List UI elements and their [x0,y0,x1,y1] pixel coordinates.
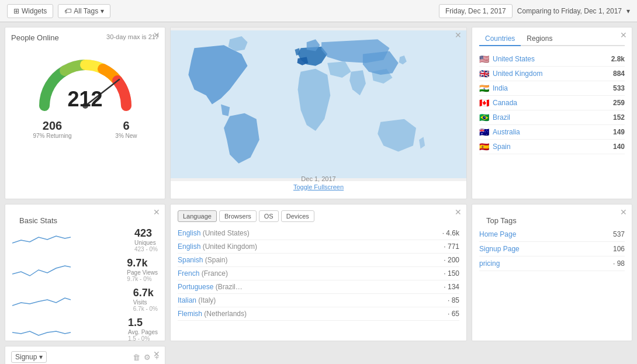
stat-row: 6.7k Visits 6.7k - 0% [12,287,158,312]
country-count: 2.8k [611,55,625,63]
country-name: Spain [493,143,511,151]
tag-row[interactable]: Signup Page 106 [479,242,625,256]
close-top-tags[interactable]: ✕ [620,208,627,216]
language-tab-language[interactable]: Language [178,210,217,222]
returning-count: 206 [33,119,71,133]
close-people-online[interactable]: ✕ [153,31,160,39]
stats-list: 423 Uniques 423 - 0% 9.7k Page Views 9.7… [12,227,158,341]
language-region: (Italy) [198,296,216,304]
tag-row[interactable]: Home Page 537 [479,227,625,242]
people-online-panel: ✕ People Online 30-day max is 217 [5,27,165,199]
country-count: 140 [613,143,625,151]
language-row[interactable]: French (France) · 150 [178,267,459,280]
stat-row: 9.7k Page Views 9.7k - 0% [12,257,158,282]
language-name: Flemish (Netherlands) [178,310,247,318]
language-row[interactable]: Spanish (Spain) · 200 [178,254,459,267]
country-row[interactable]: 🇧🇷 Brazil 152 [479,110,625,125]
country-left: 🇺🇸 United States [479,54,535,64]
language-count: · 85 [448,296,459,304]
language-row[interactable]: Flemish (Netherlands) · 65 [178,307,459,321]
language-row[interactable]: English (United States) · 4.6k [178,227,459,240]
gauge-number: 212 [67,87,102,112]
close-countries[interactable]: ✕ [620,31,627,39]
country-row[interactable]: 🇦🇺 Australia 149 [479,125,625,140]
chevron-down-icon[interactable]: ▾ [626,7,630,15]
stat-row: 1.5 Avg. Pages 1.5 - 0% [12,317,158,341]
stat-info: 423 Uniques 423 - 0% [134,227,158,252]
country-flag: 🇦🇺 [479,127,489,137]
funnel-header: Signup ▾ 🗑 ⚙ + [11,351,159,363]
gear-icon[interactable]: ⚙ [144,353,151,362]
basic-stats-content: Basic Stats 423 Uniques 423 - 0% 9.7k Pa… [5,204,165,341]
people-stats: 206 97% Returning 6 3% New [11,119,159,139]
language-row[interactable]: Portuguese (Brazil… · 134 [178,280,459,294]
country-name: Canada [493,99,517,107]
dropdown-icon: ▾ [101,7,104,15]
current-date[interactable]: Friday, Dec 1, 2017 [439,4,513,18]
stat-label: Visits [133,299,158,306]
country-row[interactable]: 🇪🇸 Spain 140 [479,140,625,154]
stat-sub: 423 - 0% [134,246,158,252]
close-funnel[interactable]: ✕ [153,350,160,358]
stat-sub: 6.7k - 0% [133,306,158,312]
new-stat: 6 3% New [115,119,137,139]
country-count: 149 [613,128,625,136]
header-left: ⊞ Widgets 🏷 All Tags ▾ [7,4,110,18]
header-right: Friday, Dec 1, 2017 Comparing to Friday,… [439,4,630,18]
trash-icon[interactable]: 🗑 [133,353,140,362]
stat-info: 6.7k Visits 6.7k - 0% [133,287,158,312]
language-count: · 4.6k [442,229,459,237]
main-grid: ✕ People Online 30-day max is 217 [0,22,637,364]
language-tab-devices[interactable]: Devices [281,210,314,222]
stat-sub: 1.5 - 0% [128,335,158,341]
country-flag: 🇬🇧 [479,69,489,78]
country-row[interactable]: 🇺🇸 United States 2.8k [479,52,625,67]
language-row[interactable]: Italian (Italy) · 85 [178,294,459,307]
people-title-row: People Online 30-day max is 217 [11,33,159,42]
country-left: 🇦🇺 Australia [479,127,520,137]
top-tags-content: Top Tags Home Page 537 Signup Page 106 p… [472,204,632,277]
widgets-button[interactable]: ⊞ Widgets [7,4,53,18]
country-name: United States [493,55,535,63]
country-left: 🇮🇳 India [479,84,508,93]
tag-row[interactable]: pricing · 98 [479,256,625,271]
widgets-label: Widgets [22,7,47,15]
stat-info: 1.5 Avg. Pages 1.5 - 0% [128,317,158,341]
close-map[interactable]: ✕ [455,31,462,39]
new-count: 6 [115,119,137,133]
countries-content: Countries Regions 🇺🇸 United States 2.8k … [472,27,632,159]
country-flag: 🇨🇦 [479,98,489,108]
people-online-title: People Online [11,33,59,42]
language-count: · 771 [444,242,459,251]
new-label: 3% New [115,133,137,139]
country-count: 533 [613,84,625,92]
header: ⊞ Widgets 🏷 All Tags ▾ Friday, Dec 1, 20… [0,0,637,22]
country-flag: 🇮🇳 [479,84,489,93]
close-basic-stats[interactable]: ✕ [153,208,160,216]
language-row[interactable]: English (United Kingdom) · 771 [178,240,459,254]
tab-countries[interactable]: Countries [479,32,521,46]
map-date: Dec 1, 2017 [301,175,335,182]
tag-icon: 🏷 [64,7,71,15]
tags-button[interactable]: 🏷 All Tags ▾ [58,4,110,18]
country-count: 152 [613,113,625,122]
basic-stats-title: Basic Stats [12,210,158,227]
language-tab-browsers[interactable]: Browsers [219,210,257,222]
country-row[interactable]: 🇮🇳 India 533 [479,81,625,96]
country-row[interactable]: 🇨🇦 Canada 259 [479,96,625,110]
country-row[interactable]: 🇬🇧 United Kingdom 884 [479,67,625,81]
tag-count: 106 [613,245,625,253]
country-left: 🇪🇸 Spain [479,142,511,151]
close-language[interactable]: ✕ [455,208,462,216]
toggle-fullscreen-link[interactable]: Toggle Fullscreen [171,181,466,193]
language-region: (Spain) [205,256,228,264]
country-left: 🇬🇧 United Kingdom [479,69,542,78]
people-max-label: 30-day max is 217 [106,33,159,40]
funnel-select[interactable]: Signup ▾ [11,351,47,363]
language-tab-os[interactable]: OS [259,210,279,222]
country-name: Australia [493,128,520,136]
stat-sub: 9.7k - 0% [127,276,158,282]
language-tabs: LanguageBrowsersOSDevices [178,210,459,222]
funnel-select-label: Signup [15,353,37,361]
tab-regions[interactable]: Regions [521,32,558,46]
